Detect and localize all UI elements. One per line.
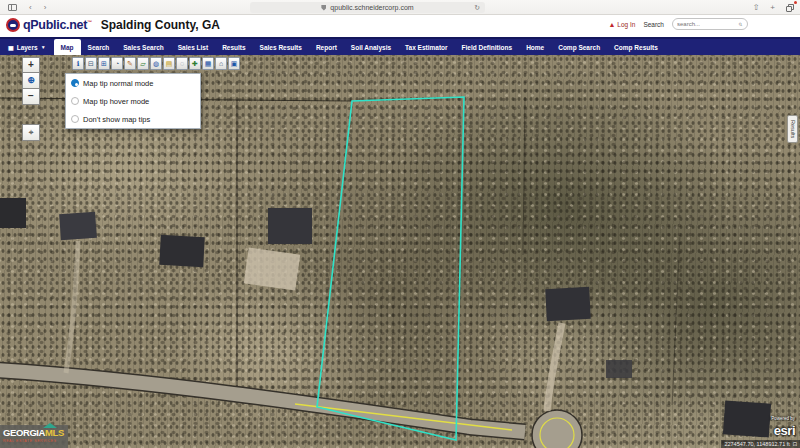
new-tab-icon[interactable]: + bbox=[770, 2, 775, 13]
nav-item-report[interactable]: Report bbox=[309, 39, 344, 55]
radio-selected-icon[interactable] bbox=[71, 79, 79, 87]
site-header: qPublic.net™ Spalding County, GA ▲ Log I… bbox=[0, 15, 800, 37]
address-bar[interactable]: qpublic.schneidercorp.com ↻ bbox=[250, 2, 485, 13]
qpublic-logo-icon bbox=[6, 18, 20, 32]
zoom-full-extent-button[interactable]: ⊕ bbox=[22, 73, 40, 89]
nav-item-field-definitions[interactable]: Field Definitions bbox=[455, 39, 520, 55]
maptip-option-2[interactable]: Don't show map tips bbox=[66, 110, 200, 128]
url-text: qpublic.schneidercorp.com bbox=[330, 4, 413, 11]
zoom-in-button[interactable]: + bbox=[22, 57, 40, 73]
basemap-globe-icon[interactable]: ◍ bbox=[150, 57, 162, 70]
coordinate-readout: 2274547.70, 1148912.71 ft ⊡ bbox=[721, 440, 800, 448]
notification-dot bbox=[794, 1, 797, 4]
esri-attribution: Powered by esri bbox=[771, 416, 795, 439]
nav-item-comp-search[interactable]: Comp Search bbox=[551, 39, 607, 55]
radio-icon[interactable] bbox=[71, 97, 79, 105]
mls-mls-text: MLS bbox=[45, 427, 64, 438]
identify-icon[interactable]: ℹ bbox=[72, 57, 84, 70]
layers-folder-icon[interactable]: ▤ bbox=[163, 57, 175, 70]
login-link[interactable]: ▲ Log In bbox=[608, 21, 635, 28]
draw-icon[interactable]: ✎ bbox=[124, 57, 136, 70]
zoom-out-button[interactable]: − bbox=[22, 89, 40, 105]
header-search-box: ⌕ bbox=[672, 18, 748, 30]
georgia-mls-logo: GEORGIA MLS REAL ESTATE SERVICES bbox=[0, 425, 68, 448]
nav-item-map[interactable]: Map bbox=[54, 39, 81, 55]
pan-tool-button[interactable]: ⌖ bbox=[22, 124, 40, 141]
esri-logo: esri bbox=[774, 423, 795, 438]
search-icon[interactable]: ⌕ bbox=[738, 20, 742, 28]
brand-name: qPublic.net™ bbox=[23, 18, 92, 32]
mls-tagline: REAL ESTATE SERVICES bbox=[3, 439, 65, 443]
results-panel-tab[interactable]: Results bbox=[787, 115, 798, 143]
screen: ‹ › qpublic.schneidercorp.com ↻ ⇧ + qPub… bbox=[0, 0, 800, 448]
coordinate-icon: ⊡ bbox=[793, 440, 797, 448]
map-viewport[interactable]: + ⊕ − ⌖ ℹ⊟⊞◔✎▱◍▤◌✚▦⌂▣ Map tip normal mod… bbox=[0, 55, 800, 448]
person-icon: ▲ bbox=[608, 21, 615, 28]
radio-icon[interactable] bbox=[71, 115, 79, 123]
nav-item-sales-list[interactable]: Sales List bbox=[171, 39, 215, 55]
nav-item-sales-search[interactable]: Sales Search bbox=[116, 39, 170, 55]
privacy-shield-icon bbox=[321, 5, 326, 11]
nav-item-comp-results[interactable]: Comp Results bbox=[607, 39, 665, 55]
streetview-icon[interactable]: ⌂ bbox=[215, 57, 227, 70]
print-icon[interactable]: ⊟ bbox=[85, 57, 97, 70]
save-icon[interactable]: ▣ bbox=[228, 57, 240, 70]
tab-overview-icon[interactable] bbox=[786, 6, 792, 12]
markup-icon[interactable]: ✚ bbox=[189, 57, 201, 70]
grid-icon[interactable]: ▦ bbox=[202, 57, 214, 70]
chevron-down-icon: ▼ bbox=[41, 44, 46, 50]
maptip-option-0[interactable]: Map tip normal mode bbox=[66, 74, 200, 92]
browser-chrome: ‹ › qpublic.schneidercorp.com ↻ ⇧ + bbox=[0, 0, 800, 15]
search-input[interactable] bbox=[677, 21, 735, 27]
nav-item-home[interactable]: Home bbox=[519, 39, 551, 55]
nav-item-sales-results[interactable]: Sales Results bbox=[253, 39, 309, 55]
esri-powered-text: Powered by bbox=[771, 416, 795, 421]
nav-item-search[interactable]: Search bbox=[81, 39, 117, 55]
sidebar-toggle-icon[interactable] bbox=[8, 4, 17, 11]
back-icon[interactable]: ‹ bbox=[29, 2, 32, 13]
maptip-popup: Map tip normal modeMap tip hover modeDon… bbox=[65, 73, 201, 129]
maptip-option-1[interactable]: Map tip hover mode bbox=[66, 92, 200, 110]
nav-item-tax-estimator[interactable]: Tax Estimator bbox=[398, 39, 455, 55]
layers-icon: ▦ bbox=[8, 44, 14, 51]
nav-item-results[interactable]: Results bbox=[215, 39, 252, 55]
maptip-option-label: Map tip hover mode bbox=[83, 97, 149, 106]
mls-georgia-text: GEORGIA bbox=[3, 427, 45, 438]
zoom-controls: + ⊕ − bbox=[22, 57, 40, 105]
forward-icon[interactable]: › bbox=[44, 2, 47, 13]
main-navbar: ▦ Layers ▼ MapSearchSales SearchSales Li… bbox=[0, 37, 800, 55]
zoom-previous-icon[interactable]: ◔ bbox=[111, 57, 123, 70]
parcel-outline[interactable] bbox=[317, 97, 464, 440]
mls-roof-icon bbox=[43, 423, 57, 428]
maptip-option-label: Don't show map tips bbox=[83, 115, 150, 124]
layers-dropdown[interactable]: ▦ Layers ▼ bbox=[0, 39, 54, 55]
share-icon[interactable]: ⇧ bbox=[753, 2, 760, 13]
page-title: Spalding County, GA bbox=[101, 18, 220, 32]
maptip-option-label: Map tip normal mode bbox=[83, 79, 153, 88]
select-icon[interactable]: ◌ bbox=[176, 57, 188, 70]
nav-item-soil-analysis[interactable]: Soil Analysis bbox=[344, 39, 398, 55]
qpublic-logo[interactable]: qPublic.net™ Spalding County, GA bbox=[6, 18, 220, 32]
reload-icon[interactable]: ↻ bbox=[474, 2, 480, 13]
zoom-window-icon[interactable]: ⊞ bbox=[98, 57, 110, 70]
measure-icon[interactable]: ▱ bbox=[137, 57, 149, 70]
header-search-link[interactable]: Search bbox=[643, 21, 664, 28]
map-toolbar: ℹ⊟⊞◔✎▱◍▤◌✚▦⌂▣ bbox=[72, 57, 240, 70]
